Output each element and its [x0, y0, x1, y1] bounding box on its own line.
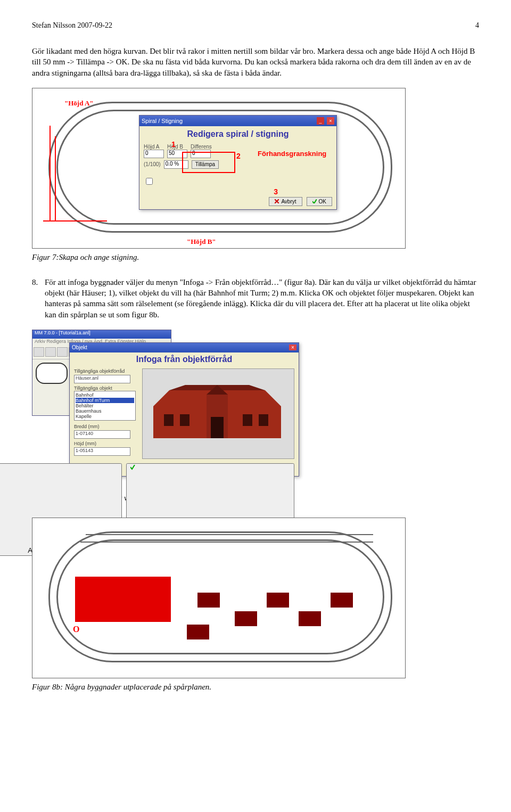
height-input[interactable]: 1-05143: [74, 447, 130, 456]
red-arrow-line: [50, 126, 51, 222]
cancel-button[interactable]: Avbryt: [269, 197, 302, 206]
page-number: 4: [475, 21, 479, 30]
svg-rect-9: [259, 414, 268, 426]
percent-label: (1/100): [144, 161, 161, 167]
object-dialog-window-title: Objekt: [72, 345, 87, 350]
page-header: Stefan Nilsson 2007-09-22 4: [32, 21, 479, 30]
objects-listbox[interactable]: Bahnhof Bahnhof mTurm Behälter Bauernhau…: [74, 391, 136, 421]
figure-8b-caption: Figur 8b: Några byggnader utplacerade på…: [32, 683, 479, 692]
hojd-b-label: "Höjd B": [187, 237, 216, 246]
object-dialog: Objekt × Infoga från objektförråd Tillgä…: [69, 342, 299, 477]
hojd-a-input[interactable]: 0: [144, 150, 164, 158]
object-dialog-left: Tillgängliga objektförråd Häuser.anl Til…: [74, 368, 138, 459]
repo-select[interactable]: Häuser.anl: [74, 375, 130, 383]
item-8-text: För att infoga byggnader väljer du menyn…: [45, 277, 479, 320]
figure-8a: MM 7.0.0 - [Tutorial1a.anl] Arkiv Redige…: [32, 330, 479, 489]
object-dialog-body: Tillgängliga objektförråd Häuser.anl Til…: [70, 366, 299, 461]
option-checkbox[interactable]: [146, 178, 153, 185]
callout-box-2: [182, 152, 235, 173]
large-building: [75, 577, 171, 622]
red-arrow-line: [55, 136, 56, 222]
svg-rect-8: [243, 414, 252, 426]
fig8a-image: MM 7.0.0 - [Tutorial1a.anl] Arkiv Redige…: [32, 330, 309, 489]
red-arrow-line: [43, 220, 107, 222]
dialog-titlebar: Spiral / Stigning _ ×: [139, 116, 336, 126]
callout-1: 1: [171, 140, 176, 149]
object-dialog-titlebar: Objekt ×: [70, 343, 299, 352]
check-icon: [312, 199, 317, 203]
building-preview-icon: [153, 385, 281, 444]
object-preview: [142, 368, 294, 459]
paragraph-1: Gör likadant med den högra kurvan. Det b…: [32, 46, 479, 78]
svg-rect-7: [180, 414, 189, 426]
window-buttons: _ ×: [316, 117, 334, 125]
svg-rect-10: [211, 417, 224, 438]
siding-1: [86, 534, 373, 536]
app-titlebar: MM 7.0.0 - [Tutorial1a.anl]: [32, 330, 171, 339]
building: [197, 593, 220, 608]
list-item[interactable]: Behälter: [76, 403, 134, 408]
preview-label: Förhandsgranskning: [258, 143, 332, 188]
dialog-bottom-buttons: 3 Avbryt OK: [139, 194, 336, 209]
figure-8b: O: [32, 518, 479, 678]
repo-label: Tillgängliga objektförråd: [74, 368, 138, 374]
close-icon[interactable]: ×: [289, 345, 296, 350]
list-item-8: 8. För att infoga byggnader väljer du me…: [32, 277, 479, 320]
siding-2: [80, 542, 373, 544]
fig8b-image: O: [32, 518, 406, 678]
callout-3: 3: [274, 187, 278, 196]
figure-7: "Höjd A" "Höjd B" Spiral / Stigning _ × …: [32, 88, 479, 249]
ok-button-label: OK: [319, 199, 326, 204]
building: [299, 611, 321, 626]
callout-2: 2: [236, 152, 241, 160]
fig7-image: "Höjd A" "Höjd B" Spiral / Stigning _ × …: [32, 88, 406, 249]
building: [331, 593, 353, 608]
spiral-dialog: Spiral / Stigning _ × Redigera spiral / …: [139, 115, 337, 210]
hojd-a-label: "Höjd A": [64, 99, 94, 108]
svg-rect-6: [164, 414, 174, 426]
list-item[interactable]: Bauernhaus: [76, 408, 134, 414]
close-icon[interactable]: ×: [327, 117, 334, 125]
cancel-button-label: Avbryt: [281, 199, 296, 204]
toolbar-button[interactable]: [34, 347, 44, 357]
toolbar-button[interactable]: [57, 347, 68, 357]
toolbar-button[interactable]: [45, 347, 56, 357]
building: [187, 625, 209, 639]
differens-field-label: Differens: [191, 144, 212, 150]
list-item[interactable]: Bahnhof mTurm: [76, 398, 134, 403]
o-marker: O: [73, 625, 79, 634]
list-item[interactable]: Station: [76, 419, 134, 421]
mini-trackplan: [36, 363, 68, 384]
x-icon: [275, 199, 279, 203]
height-label: Höjd (mm): [74, 441, 138, 446]
hojd-a-field-label: Höjd A: [144, 144, 159, 150]
width-input[interactable]: 1-07140: [74, 430, 130, 439]
list-item[interactable]: Bahnhof: [76, 392, 134, 398]
dialog-form: Höjd A 0 Höjd B 50 Differens 0: [139, 141, 336, 194]
dialog-window-title: Spiral / Stigning: [142, 118, 183, 124]
figure-7-caption: Figur 7:Skapa och ange stigning.: [32, 253, 479, 262]
header-left: Stefan Nilsson 2007-09-22: [32, 21, 112, 30]
minimize-icon[interactable]: _: [317, 117, 324, 125]
dialog-title: Redigera spiral / stigning: [139, 126, 336, 141]
object-dialog-title: Infoga från objektförråd: [70, 352, 299, 366]
width-label: Bredd (mm): [74, 424, 138, 429]
list-item[interactable]: Kapelle: [76, 414, 134, 419]
item-number: 8.: [32, 277, 45, 320]
building: [267, 593, 289, 608]
ok-button[interactable]: OK: [307, 197, 332, 206]
building: [235, 611, 257, 626]
objects-label: Tillgängliga objekt: [74, 386, 138, 391]
